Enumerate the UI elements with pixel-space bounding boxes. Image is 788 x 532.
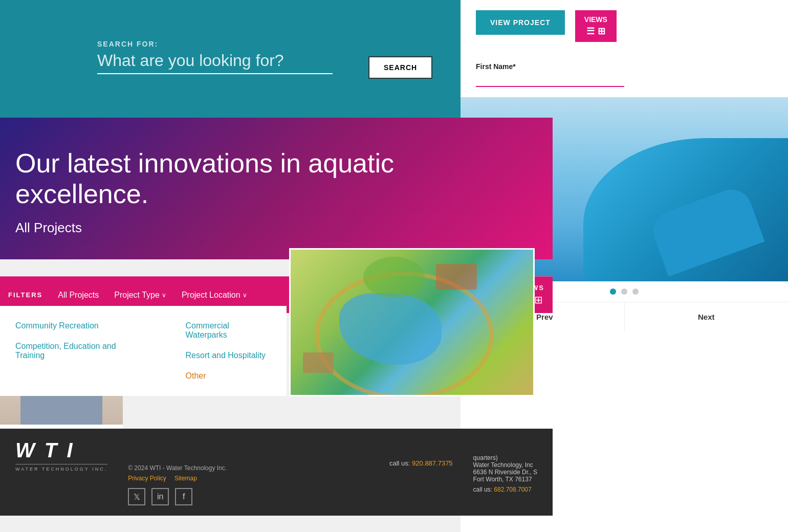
address-line-3: Fort Worth, TX 76137 (473, 476, 537, 483)
map-building-2 (303, 352, 334, 373)
search-input-area (97, 51, 333, 74)
dropdown-item-competition[interactable]: Competition, Education and Training (15, 342, 145, 360)
sitemap-link[interactable]: Sitemap (174, 475, 197, 482)
dot-1[interactable] (610, 289, 616, 295)
next-button[interactable]: Next (625, 302, 789, 331)
list-icon: ☰ (586, 26, 595, 37)
wti-logo-underline (15, 464, 107, 464)
privacy-policy-link[interactable]: Privacy Policy (128, 475, 166, 482)
aerial-map-image (289, 248, 535, 396)
search-label: SEARCH FOR: (97, 40, 158, 48)
dropdown-item-community-recreation[interactable]: Community Recreation (15, 321, 145, 330)
search-button[interactable]: SEARCH (368, 56, 432, 79)
dropdown-item-other[interactable]: Other (186, 371, 271, 381)
map-overlay (291, 250, 533, 395)
filter-all-projects[interactable]: All Projects (58, 291, 99, 300)
right-panel-top: VIEW PROJECT VIEWS ☰ ⊞ (461, 0, 788, 52)
footer-phone-2: call us: 682.708.7007 (473, 486, 537, 493)
views-button-label: VIEWS (584, 15, 607, 24)
footer-center: © 2024 WTI - Water Technology Inc. Priva… (128, 439, 369, 505)
footer-copyright: © 2024 WTI - Water Technology Inc. (128, 464, 369, 472)
grid-view-icon[interactable]: ⊞ (534, 294, 543, 306)
first-name-input[interactable] (476, 74, 624, 87)
dropdown-col-2: Commercial Waterparks Resort and Hospita… (186, 321, 271, 381)
footer-links: Privacy Policy Sitemap (128, 475, 369, 482)
wti-logo-sub: WATER TECHNOLOGY INC. (15, 467, 107, 472)
hq-label: quarters) (473, 454, 537, 461)
wti-logo-text: W T I (15, 439, 107, 462)
dropdown-item-commercial-waterparks[interactable]: Commercial Waterparks (186, 321, 271, 340)
views-button[interactable]: VIEWS ☰ ⊞ (575, 10, 617, 42)
dropdown-item-resort-hospitality[interactable]: Resort and Hospitality (186, 351, 271, 360)
dot-3[interactable] (632, 289, 639, 295)
footer-phone: call us: 920.887.7375 (389, 459, 453, 467)
dropdown-col-1: Community Recreation Competition, Educat… (15, 321, 145, 381)
filter-project-location[interactable]: Project Location (182, 291, 247, 300)
first-name-field: First Name* (461, 52, 788, 97)
call-us-label-2: call us: (473, 486, 492, 493)
all-projects-label: All Projects (15, 220, 537, 236)
footer: W T I WATER TECHNOLOGY INC. © 2024 WTI -… (0, 429, 553, 516)
hero-section: Our latest innovations in aquatic excell… (0, 118, 553, 259)
grid-icon: ⊞ (598, 26, 605, 37)
project-type-dropdown: Community Recreation Competition, Educat… (0, 306, 287, 396)
address-line-1: Water Technology, Inc (473, 461, 537, 469)
facebook-icon[interactable]: f (175, 488, 192, 505)
twitter-icon[interactable]: 𝕏 (128, 488, 145, 505)
filter-project-type[interactable]: Project Type (114, 291, 166, 300)
filters-label: FILTERS (8, 291, 42, 299)
linkedin-icon[interactable]: in (151, 488, 169, 505)
search-input[interactable] (97, 51, 333, 74)
phone-number-1[interactable]: 920.887.7375 (412, 459, 453, 467)
hero-title: Our latest innovations in aquatic excell… (15, 148, 501, 210)
footer-address: quarters) Water Technology, Inc 6636 N R… (473, 454, 537, 493)
dot-2[interactable] (621, 289, 627, 295)
search-bar: SEARCH FOR: SEARCH (0, 0, 461, 118)
views-button-icons: ☰ ⊞ (586, 26, 605, 37)
call-us-label-1: call us: (389, 459, 410, 467)
footer-social: 𝕏 in f (128, 488, 369, 505)
first-name-label: First Name* (476, 62, 773, 71)
view-project-button[interactable]: VIEW PROJECT (476, 10, 565, 35)
wti-logo: W T I WATER TECHNOLOGY INC. (15, 439, 107, 472)
phone-number-2[interactable]: 682.708.7007 (494, 486, 531, 493)
map-green-area (363, 257, 425, 298)
address-line-2: 6636 N Riverside Dr., S (473, 469, 537, 476)
map-building-1 (436, 264, 477, 290)
